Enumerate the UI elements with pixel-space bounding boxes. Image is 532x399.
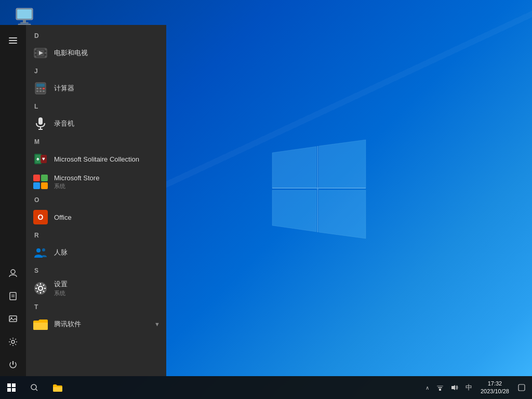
sidebar-user-button[interactable] (0, 262, 26, 285)
svg-rect-28 (36, 84, 45, 87)
svg-rect-34 (43, 90, 45, 92)
app-item-people[interactable]: 人脉 (26, 241, 166, 264)
sidebar-photos-button[interactable] (0, 308, 26, 330)
section-header-r: R (26, 229, 166, 241)
svg-rect-19 (34, 48, 36, 50)
solitaire-name: Microsoft Solitaire Collection (54, 155, 139, 163)
tray-chevron-button[interactable]: ∧ (422, 376, 433, 399)
clock-display[interactable]: 17:32 2023/10/28 (476, 376, 513, 399)
app-item-office[interactable]: O Office (26, 206, 166, 229)
svg-rect-51 (437, 385, 443, 387)
svg-rect-29 (36, 88, 38, 89)
clock-time: 17:32 (488, 380, 502, 388)
user-icon (8, 269, 18, 278)
office-name: Office (54, 214, 72, 221)
notification-center-button[interactable] (513, 376, 530, 399)
svg-text:♥: ♥ (42, 156, 45, 162)
app-item-store[interactable]: Microsoft Store 系统 (26, 170, 166, 193)
solitaire-icon: ♠ ♥ (32, 151, 49, 167)
app-list: D 电影和电视 (26, 25, 166, 376)
chevron-up-icon: ∧ (425, 385, 429, 391)
svg-rect-8 (23, 20, 26, 22)
svg-rect-32 (36, 90, 38, 92)
svg-marker-2 (272, 190, 316, 232)
svg-point-17 (11, 340, 15, 343)
svg-rect-12 (10, 292, 16, 300)
taskbar-file-explorer[interactable] (46, 376, 69, 399)
sidebar-settings-button[interactable] (0, 330, 26, 353)
app-item-recorder[interactable]: 录音机 (26, 112, 166, 135)
app-item-tencent[interactable]: 腾讯软件 ▼ (26, 313, 166, 336)
calc-icon (32, 80, 49, 97)
svg-rect-49 (439, 389, 441, 391)
svg-rect-20 (34, 52, 36, 54)
photo-icon (8, 314, 18, 324)
svg-point-44 (42, 248, 45, 251)
svg-marker-52 (451, 385, 455, 390)
svg-rect-21 (34, 56, 36, 58)
store-info: Microsoft Store 系统 (54, 174, 99, 190)
taskbar-tray: ∧ 中 (422, 376, 532, 399)
sidebar-power-button[interactable] (0, 353, 26, 376)
app-item-calc[interactable]: 计算器 (26, 77, 166, 100)
svg-rect-30 (39, 88, 42, 89)
calc-info: 计算器 (54, 84, 74, 93)
app-item-settings[interactable]: 设置 系统 (26, 276, 166, 300)
office-icon: O (32, 209, 49, 225)
settings-info: 设置 系统 (54, 280, 68, 297)
store-name: Microsoft Store (54, 174, 99, 182)
film-name: 电影和电视 (54, 48, 88, 58)
network-icon-button[interactable] (433, 376, 447, 399)
svg-rect-22 (45, 48, 47, 50)
svg-rect-35 (38, 117, 43, 125)
svg-marker-0 (272, 147, 316, 188)
section-header-m: M (26, 135, 166, 148)
sidebar-documents-button[interactable] (0, 285, 26, 308)
start-sidebar (0, 25, 26, 376)
power-icon (8, 360, 18, 369)
svg-text:♠: ♠ (36, 156, 39, 162)
section-header-j: J (26, 64, 166, 77)
svg-rect-23 (45, 52, 47, 54)
volume-icon (451, 384, 458, 391)
settings-name: 设置 (54, 280, 68, 289)
section-header-t: T (26, 300, 166, 313)
tencent-expand-arrow: ▼ (154, 321, 160, 327)
clock-date: 2023/10/28 (481, 388, 509, 395)
recorder-info: 录音机 (54, 119, 74, 128)
notification-icon (518, 384, 525, 391)
file-explorer-icon (52, 382, 62, 393)
this-pc-icon (14, 6, 35, 27)
svg-rect-33 (39, 90, 42, 92)
film-info: 电影和电视 (54, 48, 88, 58)
start-menu: D 电影和电视 (0, 25, 166, 376)
store-icon (32, 174, 49, 190)
app-item-solitaire[interactable]: ♠ ♥ Microsoft Solitaire Collection (26, 148, 166, 170)
volume-icon-button[interactable] (447, 376, 462, 399)
app-item-film[interactable]: 电影和电视 (26, 42, 166, 64)
network-icon (436, 384, 444, 391)
tencent-name: 腾讯软件 (54, 320, 81, 329)
search-button[interactable] (23, 376, 46, 399)
desktop: 此电脑 (0, 0, 532, 399)
hamburger-button[interactable] (0, 29, 26, 52)
section-header-d: D (26, 29, 166, 42)
start-button[interactable] (0, 376, 23, 399)
svg-marker-3 (319, 190, 366, 238)
svg-rect-50 (438, 387, 442, 388)
settings-sub: 系统 (54, 289, 68, 297)
svg-line-48 (36, 389, 37, 391)
calc-name: 计算器 (54, 84, 74, 93)
svg-marker-1 (319, 140, 366, 188)
store-sub: 系统 (54, 182, 99, 190)
svg-rect-53 (518, 384, 525, 391)
svg-rect-9 (20, 22, 29, 23)
svg-rect-7 (17, 9, 32, 19)
search-icon (30, 383, 38, 392)
language-button[interactable]: 中 (462, 376, 476, 399)
solitaire-info: Microsoft Solitaire Collection (54, 155, 139, 163)
people-icon (32, 244, 49, 261)
settings-app-icon (32, 280, 49, 297)
section-header-l: L (26, 100, 166, 112)
film-icon (32, 45, 49, 61)
